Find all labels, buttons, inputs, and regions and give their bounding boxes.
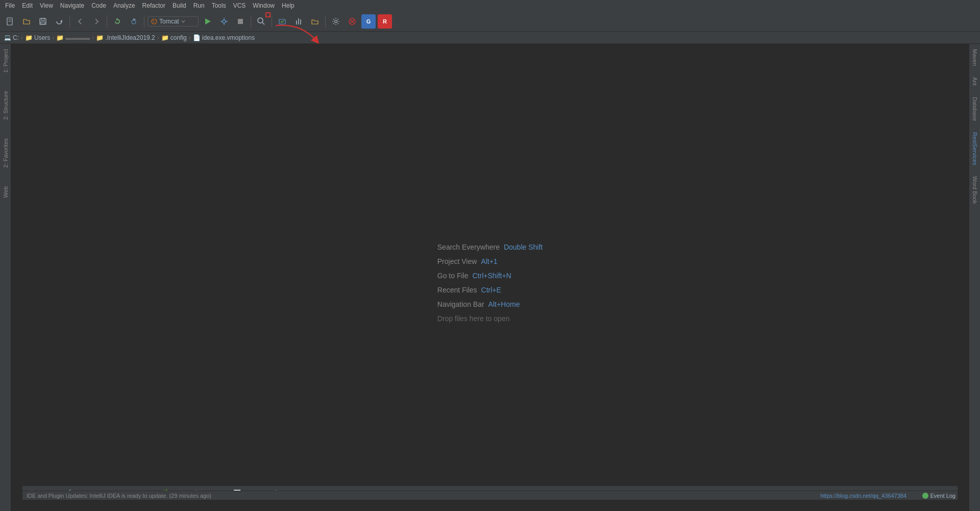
svg-text:T: T [153, 20, 155, 23]
update-button[interactable] [127, 14, 141, 29]
menu-window[interactable]: Window [250, 1, 278, 10]
sidebar-item-database[interactable]: Database [971, 94, 979, 124]
menu-vcs[interactable]: VCS [230, 1, 249, 10]
save-button[interactable] [36, 14, 50, 29]
menu-build[interactable]: Build [169, 1, 189, 10]
svg-rect-15 [238, 19, 243, 24]
breadcrumb-sep-5: › [189, 34, 191, 41]
breadcrumb: 💻 C: › 📁 Users › 📁 ▬▬▬▬ › 📁 .IntelliJIde… [0, 32, 980, 44]
drive-icon: 💻 [4, 34, 11, 41]
sidebar-item-rest[interactable]: RestServices [971, 129, 979, 168]
svg-point-16 [258, 18, 263, 23]
url-display: https://blog.csdn.net/qq_43647384 [820, 493, 906, 499]
toolbar-separator-3 [144, 15, 144, 28]
revert-button[interactable] [110, 14, 125, 29]
menu-refactor[interactable]: Refactor [139, 1, 168, 10]
breadcrumb-users[interactable]: 📁 Users [25, 34, 50, 41]
navigation-bar-shortcut: Alt+Home [488, 300, 520, 308]
forward-button[interactable] [89, 14, 104, 29]
breadcrumb-config-label: config [170, 34, 187, 41]
toolbar: T Tomcat G R [0, 11, 980, 32]
toolbar-separator-2 [107, 15, 107, 28]
search-everywhere-label: Search Everywhere [437, 243, 500, 251]
right-sidebar: Maven Ant Database RestServices Word Boo… [969, 44, 980, 511]
open-folder-button[interactable] [308, 14, 322, 29]
run-config-selector[interactable]: T Tomcat [148, 16, 199, 27]
settings-button[interactable] [329, 14, 343, 29]
new-file-button[interactable] [3, 14, 17, 29]
folder-icon-4: 📁 [161, 34, 169, 41]
breadcrumb-intellij-label: .IntelliJIdea2019.2 [105, 34, 155, 41]
toolbar-separator-4 [251, 15, 251, 28]
search-everywhere-button[interactable] [254, 14, 268, 29]
toolbar-separator-1 [69, 15, 70, 28]
navigation-bar-hint: Navigation Bar Alt+Home [437, 300, 543, 308]
menu-analyze[interactable]: Analyze [110, 1, 138, 10]
info-text: IDE and Plugin Updates: IntelliJ IDEA is… [27, 493, 211, 499]
menu-edit[interactable]: Edit [19, 1, 36, 10]
debug-button[interactable] [217, 14, 231, 29]
sidebar-item-maven[interactable]: Maven [971, 46, 979, 69]
menu-help[interactable]: Help [279, 1, 298, 10]
toolbar-separator-6 [325, 15, 326, 28]
breadcrumb-file[interactable]: 📄 idea.exe.vmoptions [193, 34, 255, 41]
svg-point-10 [223, 20, 226, 23]
breadcrumb-intellij[interactable]: 📁 .IntelliJIdea2019.2 [96, 34, 155, 41]
goto-file-shortcut: Ctrl+Shift+N [472, 272, 511, 280]
external-icon-g: G [366, 18, 371, 25]
toolbar-separator-5 [272, 15, 272, 28]
recent-files-hint: Recent Files Ctrl+E [437, 286, 543, 294]
profile-button[interactable] [291, 14, 306, 29]
recent-files-shortcut: Ctrl+E [481, 286, 501, 294]
sidebar-item-web[interactable]: Web [2, 183, 10, 201]
svg-line-17 [262, 22, 264, 25]
svg-marker-9 [205, 18, 211, 25]
sidebar-item-wordbook[interactable]: Word Book [971, 173, 979, 207]
breadcrumb-config[interactable]: 📁 config [161, 34, 187, 41]
left-sidebar: 1: Project 2: Structure 2: Favorites Web [0, 44, 11, 511]
svg-rect-5 [41, 22, 45, 24]
menu-file[interactable]: File [2, 1, 18, 10]
open-file-button[interactable] [19, 14, 34, 29]
project-view-shortcut: Alt+1 [481, 257, 497, 265]
menu-run[interactable]: Run [190, 1, 208, 10]
breadcrumb-drive-label: C: [13, 34, 19, 41]
svg-point-19 [335, 20, 337, 22]
sidebar-item-favorites[interactable]: 2: Favorites [2, 135, 10, 171]
external-tool-2[interactable]: R [378, 14, 392, 29]
external-tool-1[interactable]: G [361, 14, 376, 29]
sync-button[interactable] [52, 14, 66, 29]
breadcrumb-file-label: idea.exe.vmoptions [202, 34, 255, 41]
coverage-button[interactable] [275, 14, 289, 29]
menu-navigate[interactable]: Navigate [57, 1, 87, 10]
info-bar: IDE and Plugin Updates: IntelliJ IDEA is… [22, 491, 958, 500]
editor-area: Search Everywhere Double Shift Project V… [11, 44, 969, 511]
event-log-button[interactable]: Event Log [922, 493, 955, 499]
file-icon: 📄 [193, 34, 201, 41]
recent-files-label: Recent Files [437, 286, 477, 294]
back-button[interactable] [73, 14, 87, 29]
menu-view[interactable]: View [37, 1, 56, 10]
breadcrumb-sep-1: › [21, 34, 23, 41]
breadcrumb-users-label: Users [34, 34, 50, 41]
run-button[interactable] [201, 14, 215, 29]
sidebar-item-project[interactable]: 1: Project [2, 46, 10, 76]
drop-files-label: Drop files here to open [437, 314, 510, 323]
search-everywhere-shortcut: Double Shift [504, 243, 543, 251]
breadcrumb-sep-3: › [92, 34, 94, 41]
project-view-hint: Project View Alt+1 [437, 257, 543, 265]
search-everywhere-hint: Search Everywhere Double Shift [437, 243, 543, 251]
sidebar-item-ant[interactable]: Ant [971, 74, 979, 89]
project-view-label: Project View [437, 257, 477, 265]
menu-tools[interactable]: Tools [209, 1, 229, 10]
breadcrumb-drive[interactable]: 💻 C: [4, 34, 19, 41]
event-log-label: Event Log [930, 493, 955, 499]
folder-icon-2: 📁 [56, 34, 64, 41]
folder-icon-1: 📁 [25, 34, 33, 41]
cross-icon[interactable] [345, 14, 359, 29]
sidebar-item-structure[interactable]: 2: Structure [2, 88, 10, 123]
breadcrumb-hidden-path[interactable]: 📁 ▬▬▬▬ [56, 34, 90, 41]
navigation-bar-label: Navigation Bar [437, 300, 484, 308]
menu-code[interactable]: Code [88, 1, 109, 10]
stop-button[interactable] [233, 14, 248, 29]
